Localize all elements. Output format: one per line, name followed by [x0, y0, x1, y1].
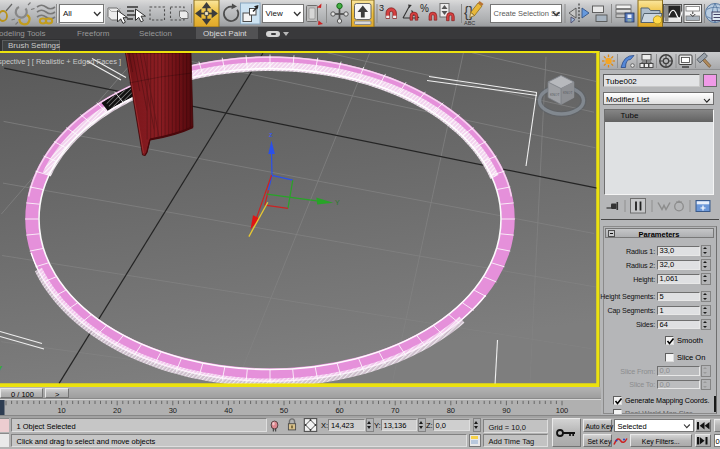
- svg-text:%: %: [420, 3, 429, 14]
- svg-text:50: 50: [280, 406, 288, 415]
- svg-text:ABC: ABC: [464, 20, 475, 26]
- svg-text:KNOT: KNOT: [563, 91, 574, 95]
- svg-text:60: 60: [335, 406, 343, 415]
- svg-text:30: 30: [169, 406, 177, 415]
- svg-text:10: 10: [57, 406, 65, 415]
- svg-text:100: 100: [556, 406, 569, 415]
- svg-text:KNOT: KNOT: [550, 93, 561, 97]
- svg-text:40: 40: [224, 406, 232, 415]
- svg-text:3: 3: [379, 3, 384, 13]
- svg-text:z: z: [269, 131, 273, 138]
- svg-text:80: 80: [447, 406, 455, 415]
- svg-text:70: 70: [391, 406, 399, 415]
- svg-text:spective ] [ Realistic + Edged: spective ] [ Realistic + Edged Faces ]: [0, 57, 121, 66]
- svg-text:Y: Y: [335, 199, 340, 206]
- svg-text:20: 20: [113, 406, 121, 415]
- svg-text:90: 90: [502, 406, 510, 415]
